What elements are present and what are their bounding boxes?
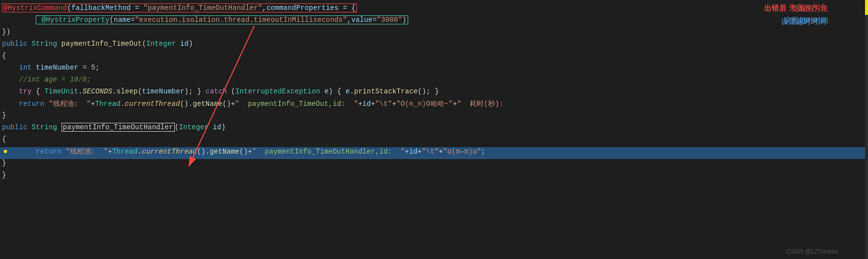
code-line-15: } xyxy=(0,171,868,183)
line15-content: } xyxy=(0,171,868,179)
line9-content: return "线程池: "+Thread.currentThread().ge… xyxy=(0,99,868,108)
line7-content: //int age = 10/0; xyxy=(0,76,868,84)
fallback-label: 出错后 兜底的方法 xyxy=(764,3,826,12)
code-line-7: //int age = 10/0; xyxy=(0,76,868,87)
line10-content: } xyxy=(0,111,868,119)
code-line-6: int timeNumber = 5; xyxy=(0,64,868,76)
line5-content: { xyxy=(0,52,868,60)
timeout-label: 设置超时时间 xyxy=(781,17,826,26)
code-line-2: @HystrixProperty(name="execution.isolati… xyxy=(0,16,868,28)
code-line-11: public String paymentInfo_TimeOutHandler… xyxy=(0,123,868,135)
watermark: CSDN @LZYmarks xyxy=(787,248,838,255)
code-editor: @HystrixCommand(fallbackMethod = "paymen… xyxy=(0,0,868,259)
code-line-10: } xyxy=(0,111,868,123)
handler-method-box: paymentInfo_TimeOutHandler xyxy=(62,123,175,132)
code-line-14: } xyxy=(0,159,868,171)
line2-content: @HystrixProperty(name="execution.isolati… xyxy=(0,16,868,24)
code-line-1: @HystrixCommand(fallbackMethod = "paymen… xyxy=(0,4,868,16)
scrollbar-thumb[interactable] xyxy=(865,0,868,15)
line12-content: { xyxy=(0,135,868,143)
scrollbar[interactable] xyxy=(865,0,868,259)
line6-content: int timeNumber = 5; xyxy=(0,64,868,72)
code-line-3: }) xyxy=(0,28,868,40)
code-line-13: ● return "线程池: "+Thread.currentThread().… xyxy=(0,147,868,159)
code-line-5: { xyxy=(0,52,868,64)
hystrix-command-annotation: @HystrixCommand(fallbackMethod = "paymen… xyxy=(2,3,357,12)
line14-content: } xyxy=(0,159,868,167)
code-line-4: public String paymentInfo_TimeOut(Intege… xyxy=(0,40,868,52)
hystrix-property-annotation: @HystrixProperty(name="execution.isolati… xyxy=(36,15,408,24)
line11-content: public String paymentInfo_TimeOutHandler… xyxy=(0,123,868,131)
line4-content: public String paymentInfo_TimeOut(Intege… xyxy=(0,40,868,48)
line13-content: return "线程池: "+Thread.currentThread().ge… xyxy=(0,147,868,156)
code-line-9: return "线程池: "+Thread.currentThread().ge… xyxy=(0,99,868,111)
line3-content: }) xyxy=(0,28,868,36)
line8-content: try { TimeUnit.SECONDS.sleep(timeNumber)… xyxy=(0,87,868,95)
line1-content: @HystrixCommand(fallbackMethod = "paymen… xyxy=(0,4,868,12)
code-line-8: try { TimeUnit.SECONDS.sleep(timeNumber)… xyxy=(0,87,868,99)
breakpoint-bullet: ● xyxy=(3,147,8,156)
code-line-12: { xyxy=(0,135,868,147)
